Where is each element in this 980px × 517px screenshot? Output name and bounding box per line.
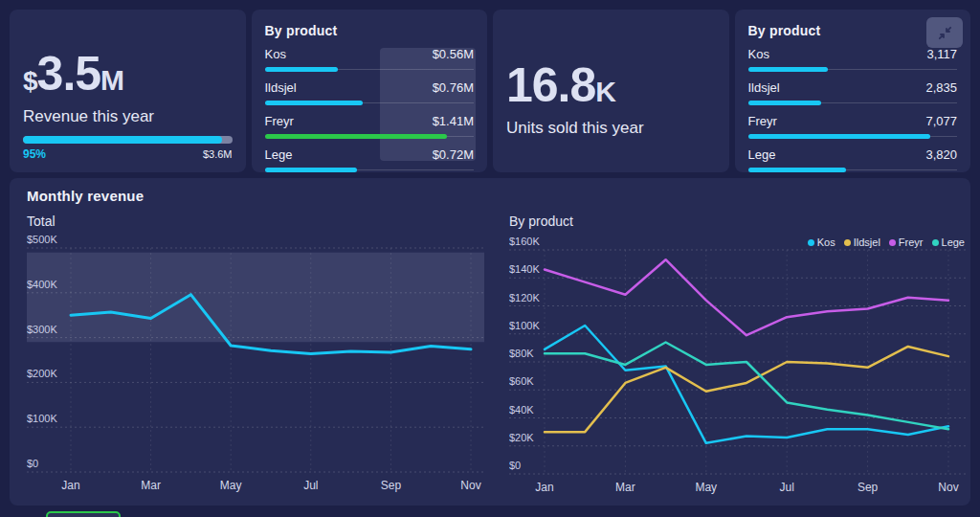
product-bar: [748, 67, 829, 72]
svg-text:Nov: Nov: [938, 481, 958, 494]
units-by-product-card: By product Kos3,117 Ildsjel2,835 Freyr7,…: [735, 10, 971, 172]
svg-text:Jan: Jan: [535, 481, 553, 494]
monthly-revenue-card: Monthly revenue Total $0$100K$200K$300K$…: [10, 178, 970, 506]
units-value: 16.8K: [506, 61, 716, 109]
product-bar: [748, 168, 847, 172]
svg-text:$160K: $160K: [509, 236, 540, 247]
svg-text:$400K: $400K: [27, 279, 57, 290]
svg-text:$20K: $20K: [509, 432, 534, 443]
svg-text:$100K: $100K: [27, 413, 57, 424]
product-bar: [265, 101, 364, 105]
progress-fill: [23, 136, 222, 144]
product-name: Freyr: [265, 114, 294, 128]
product-bar-track: [265, 67, 475, 72]
charts-row: Total $0$100K$200K$300K$400K$500KJanMarM…: [27, 206, 953, 503]
units-kpi: 16.8K Units sold this year: [506, 61, 716, 138]
total-line-chart-svg[interactable]: $0$100K$200K$300K$400K$500KJanMarMayJulS…: [27, 235, 484, 499]
revenue-kpi: $3.5M Revenue this year: [23, 50, 233, 126]
legend-item-ildsjel[interactable]: Ildsjel: [844, 236, 880, 248]
legend-item-kos[interactable]: Kos: [808, 236, 835, 248]
product-value: $1.41M: [433, 114, 474, 128]
revenue-value: $3.5M: [23, 50, 233, 98]
product-value: 3,820: [925, 147, 957, 162]
product-bar-track: [748, 101, 958, 105]
card-title: By product: [265, 23, 475, 38]
product-bar-track: [265, 101, 475, 105]
progress-percent: 95%: [23, 147, 46, 161]
units-number: 16.8: [506, 58, 595, 112]
legend-item-freyr[interactable]: Freyr: [889, 236, 924, 248]
svg-text:Jul: Jul: [303, 479, 318, 492]
revenue-label: Revenue this year: [23, 107, 233, 126]
product-name: Lege: [265, 147, 293, 162]
product-value: 2,835: [925, 80, 957, 95]
product-row-kos[interactable]: Kos$0.56M: [265, 47, 475, 72]
legend-dot-icon: [889, 239, 896, 246]
product-name: Kos: [748, 47, 769, 61]
product-bar: [265, 134, 447, 139]
progress-track: [23, 136, 233, 144]
svg-text:$200K: $200K: [27, 368, 57, 379]
product-name: Kos: [265, 47, 286, 61]
legend-dot-icon: [808, 239, 814, 246]
progress-meta: 95% $3.6M: [23, 147, 233, 161]
product-row-freyr[interactable]: Freyr$1.41M: [265, 114, 475, 139]
kpi-row: $3.5M Revenue this year 95% $3.6M By pro…: [10, 10, 970, 172]
product-name: Freyr: [748, 114, 777, 128]
product-name: Ildsjel: [265, 80, 297, 95]
revenue-unit: M: [100, 64, 123, 96]
by-product-chart-subtitle: By product: [509, 214, 967, 229]
product-value: 3,117: [926, 47, 957, 61]
revenue-by-product-card: By product Kos$0.56M Ildsjel$0.76M Freyr…: [252, 10, 488, 172]
product-value: $0.56M: [433, 47, 474, 61]
product-name: Ildsjel: [748, 80, 780, 95]
legend-label: Lege: [942, 236, 965, 248]
svg-text:$80K: $80K: [509, 348, 534, 359]
product-bar: [748, 101, 821, 105]
by-product-line-chart-svg[interactable]: $0$20K$40K$60K$80K$100K$120K$140K$160KJa…: [509, 235, 967, 499]
product-bar-track: [265, 134, 475, 139]
collapse-button[interactable]: [926, 17, 963, 48]
product-name: Lege: [748, 147, 776, 162]
monthly-title: Monthly revenue: [27, 188, 953, 204]
units-label: Units sold this year: [506, 119, 716, 138]
product-row-ildsjel[interactable]: Ildsjel2,835: [748, 80, 958, 105]
currency-symbol: $: [23, 66, 37, 96]
product-value: 7,077: [925, 114, 957, 128]
svg-text:Jul: Jul: [780, 481, 794, 494]
total-chart-subtitle: Total: [27, 214, 484, 229]
product-bar-track: [748, 67, 958, 72]
product-bar-track: [748, 134, 958, 139]
total-chart: Total $0$100K$200K$300K$400K$500KJanMarM…: [27, 206, 484, 503]
svg-text:Sep: Sep: [381, 479, 402, 492]
svg-text:$140K: $140K: [509, 263, 540, 275]
svg-text:$100K: $100K: [509, 320, 540, 331]
svg-text:$0: $0: [509, 460, 521, 471]
svg-text:$0: $0: [27, 458, 38, 469]
svg-text:Nov: Nov: [460, 479, 480, 492]
product-bar: [265, 168, 358, 172]
product-row-lege[interactable]: Lege$0.72M: [265, 147, 475, 172]
svg-text:$120K: $120K: [509, 292, 540, 303]
product-bar-track: [265, 168, 475, 172]
progress-target: $3.6M: [203, 148, 233, 160]
product-row-freyr[interactable]: Freyr7,077: [748, 114, 958, 139]
svg-text:May: May: [695, 481, 717, 494]
product-value: $0.76M: [433, 80, 474, 95]
product-bar-track: [748, 168, 958, 172]
product-row-lege[interactable]: Lege3,820: [748, 147, 958, 172]
legend-label: Kos: [817, 236, 835, 248]
dashboard: $3.5M Revenue this year 95% $3.6M By pro…: [0, 0, 980, 517]
units-unit: K: [595, 76, 615, 107]
collapse-arrows-icon: [938, 26, 952, 40]
product-row-ildsjel[interactable]: Ildsjel$0.76M: [265, 80, 475, 105]
bottom-peek-element[interactable]: [46, 511, 121, 517]
svg-text:$60K: $60K: [509, 375, 534, 387]
svg-text:Jan: Jan: [61, 479, 79, 492]
svg-text:May: May: [220, 479, 242, 492]
product-row-kos[interactable]: Kos3,117: [748, 47, 958, 72]
legend-item-lege[interactable]: Lege: [932, 236, 965, 248]
product-bar: [748, 134, 930, 139]
svg-text:Mar: Mar: [141, 479, 161, 492]
svg-text:Mar: Mar: [615, 481, 635, 494]
